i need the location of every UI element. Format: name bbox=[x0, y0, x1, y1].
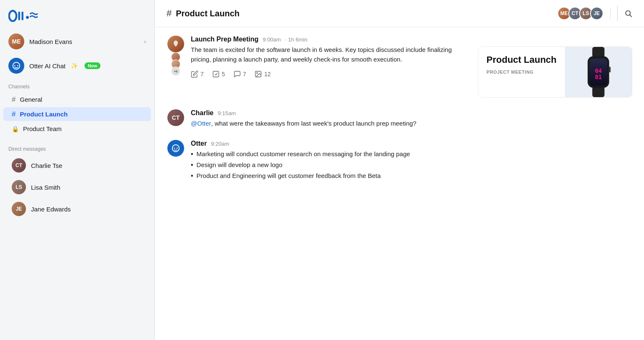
app-header bbox=[0, 0, 154, 29]
dm-avatar-jane: JE bbox=[12, 202, 26, 216]
dm-name-jane: Jane Edwards bbox=[31, 206, 71, 213]
meeting-card[interactable]: Product Launch PROJECT MEETING bbox=[478, 46, 632, 98]
msg-header-otter: Otter 9:20am bbox=[191, 140, 632, 147]
svg-rect-13 bbox=[592, 86, 604, 97]
dm-avatar-charlie: CT bbox=[12, 158, 26, 173]
edit-icon bbox=[191, 70, 198, 78]
otter-bullet-list: Marketing will conduct customer research… bbox=[191, 149, 632, 181]
avatar-col-charlie: CT bbox=[167, 109, 185, 128]
msg-content-charlie: Charlie 9:15am @Otter, what were the tak… bbox=[191, 109, 632, 128]
sm-avatar-plus: +6 bbox=[171, 67, 180, 76]
hash-icon: # bbox=[12, 111, 15, 118]
image-icon bbox=[254, 70, 262, 78]
svg-point-4 bbox=[13, 62, 20, 70]
msg-duration-launch: · 1h 6min bbox=[285, 36, 307, 43]
charlie-message-text: , what were the takeaways from last week… bbox=[211, 120, 417, 127]
msg-actions-launch: 7 5 7 12 bbox=[191, 70, 470, 78]
checkbox-icon bbox=[212, 70, 220, 78]
user-avatar: ME bbox=[8, 33, 24, 49]
otter-ai-chat-row[interactable]: Otter AI Chat ✨ New bbox=[0, 54, 154, 78]
channel-prefix-icon: # bbox=[167, 8, 172, 19]
dm-jane[interactable]: JE Jane Edwards bbox=[3, 198, 151, 219]
message-charlie: CT Charlie 9:15am @Otter, what were the … bbox=[167, 109, 632, 128]
svg-rect-1 bbox=[18, 12, 20, 21]
otter-ai-sparkle: ✨ bbox=[71, 62, 78, 69]
svg-rect-12 bbox=[592, 47, 604, 58]
hash-icon: # bbox=[12, 96, 15, 103]
avatar-col-launch: +6 bbox=[167, 36, 185, 98]
dm-name-lisa: Lisa Smith bbox=[31, 184, 60, 191]
channel-name-product-launch: Product Launch bbox=[20, 111, 67, 118]
msg-body-charlie: @Otter, what were the takeaways from las… bbox=[191, 118, 632, 128]
svg-rect-9 bbox=[213, 71, 219, 77]
meeting-card-text: Product Launch PROJECT MEETING bbox=[478, 47, 565, 97]
channel-product-launch[interactable]: # Product Launch bbox=[3, 107, 151, 121]
bullet-item-1: Marketing will conduct customer research… bbox=[191, 149, 632, 159]
channel-product-team[interactable]: 🔒 Product Team bbox=[3, 122, 151, 136]
msg-time-launch: 9:00am bbox=[263, 36, 281, 43]
msg-avatar-otter bbox=[167, 140, 184, 157]
msg-time-charlie: 9:15am bbox=[218, 110, 236, 116]
channels-section-label: Channels bbox=[0, 78, 154, 92]
msg-avatar-charlie: CT bbox=[167, 109, 184, 126]
stacked-avatars: +6 bbox=[171, 52, 180, 76]
svg-rect-2 bbox=[22, 12, 23, 21]
action-checkbox[interactable]: 5 bbox=[212, 70, 225, 78]
action-comment-count: 7 bbox=[243, 71, 246, 77]
msg-header-charlie: Charlie 9:15am bbox=[191, 109, 632, 117]
svg-point-6 bbox=[17, 65, 18, 67]
channel-name-general: General bbox=[20, 96, 42, 103]
action-image[interactable]: 12 bbox=[254, 70, 271, 78]
channel-header: # Product Launch ME CT LS JE bbox=[155, 0, 644, 27]
avatar-col-otter bbox=[167, 140, 185, 182]
dm-avatar-lisa: LS bbox=[12, 180, 26, 194]
svg-point-21 bbox=[172, 145, 180, 152]
sidebar: ME Madison Evans › Otter AI Chat ✨ New C… bbox=[0, 0, 155, 340]
dm-lisa[interactable]: LS Lisa Smith bbox=[3, 177, 151, 198]
svg-point-3 bbox=[26, 16, 29, 19]
svg-point-5 bbox=[14, 65, 15, 67]
svg-rect-20 bbox=[609, 67, 611, 72]
otter-ai-label: Otter AI Chat bbox=[29, 62, 66, 70]
header-right: ME CT LS JE bbox=[557, 6, 632, 21]
channel-title: Product Launch bbox=[176, 9, 239, 18]
member-avatars: ME CT LS JE bbox=[557, 7, 603, 20]
msg-body-launch: The team is excited for the software lau… bbox=[191, 45, 470, 64]
user-name: Madison Evans bbox=[29, 38, 72, 45]
header-divider bbox=[610, 8, 611, 19]
search-button[interactable] bbox=[617, 6, 632, 21]
action-checkbox-count: 5 bbox=[222, 71, 225, 77]
msg-time-otter: 9:20am bbox=[211, 141, 229, 147]
mention-otter: @Otter bbox=[191, 120, 211, 127]
channel-general[interactable]: # General bbox=[3, 93, 151, 106]
new-badge: New bbox=[85, 62, 101, 69]
msg-author-launch: Launch Prep Meeting bbox=[191, 36, 259, 43]
msg-author-charlie: Charlie bbox=[191, 109, 213, 117]
svg-point-0 bbox=[9, 11, 17, 21]
channel-name-product-team: Product Team bbox=[23, 125, 62, 132]
msg-avatar-launch-main bbox=[167, 36, 184, 52]
chevron-right-icon: › bbox=[144, 38, 146, 45]
msg-content-launch: Launch Prep Meeting 9:00am · 1h 6min The… bbox=[191, 36, 632, 98]
action-edit-count: 7 bbox=[200, 71, 204, 77]
action-image-count: 12 bbox=[264, 71, 271, 77]
action-edit[interactable]: 7 bbox=[191, 70, 204, 78]
meeting-card-image: 04 : 81 bbox=[565, 47, 632, 97]
action-comment[interactable]: 7 bbox=[233, 70, 246, 78]
member-avatar-4: JE bbox=[590, 7, 603, 20]
comment-icon bbox=[233, 70, 241, 78]
bullet-item-2: Design will develop a new logo bbox=[191, 160, 632, 170]
message-launch-prep: +6 Launch Prep Meeting 9:00am · 1h 6min … bbox=[167, 36, 632, 98]
chat-area: +6 Launch Prep Meeting 9:00am · 1h 6min … bbox=[155, 27, 644, 340]
svg-text:81: 81 bbox=[595, 74, 602, 80]
svg-line-8 bbox=[630, 15, 631, 17]
meeting-card-title: Product Launch bbox=[487, 54, 557, 65]
msg-content-otter: Otter 9:20am Marketing will conduct cust… bbox=[191, 140, 632, 182]
lock-icon: 🔒 bbox=[12, 126, 19, 132]
user-profile-row[interactable]: ME Madison Evans › bbox=[0, 29, 154, 54]
dm-charlie[interactable]: CT Charlie Tse bbox=[3, 155, 151, 176]
svg-point-22 bbox=[174, 147, 175, 149]
dm-section-label: Direct messages bbox=[0, 140, 154, 155]
svg-point-11 bbox=[257, 72, 258, 73]
dm-name-charlie: Charlie Tse bbox=[31, 162, 62, 169]
